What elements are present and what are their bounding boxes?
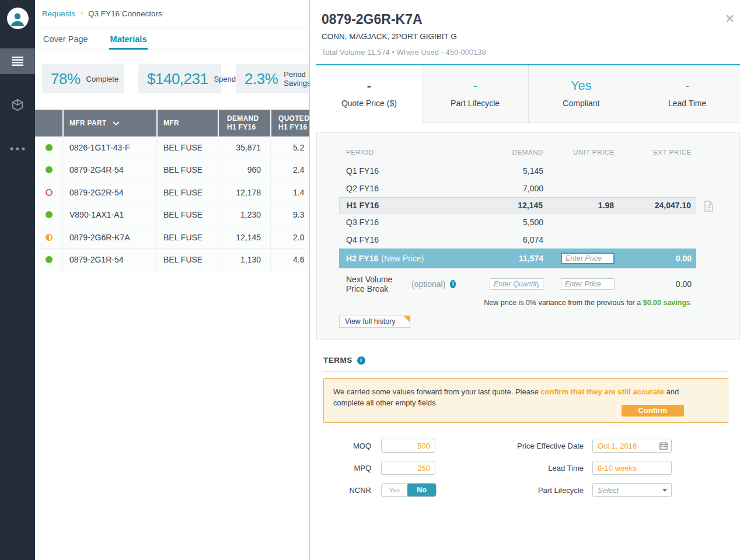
new-price-input[interactable] — [561, 253, 615, 264]
table-row[interactable]: 0879-2G1R-54 BEL FUSE 1,130 4.6 — [35, 249, 309, 272]
cell-mfr-part: 0826-1G1T-43-F — [62, 136, 156, 159]
part-lifecycle-value: - — [423, 78, 528, 94]
new-price-ext: 0.00 — [615, 254, 696, 263]
lead-time-label: Lead Time — [498, 464, 584, 473]
stat-complete-value: 78% — [51, 70, 81, 88]
status-dot — [46, 256, 53, 263]
cell-quoted: 2.4 — [270, 159, 309, 181]
table-row[interactable]: 0879-2G2R-54 BEL FUSE 12,178 1.4 — [35, 181, 309, 204]
terms-heading: TERMS i — [323, 356, 728, 372]
cell-mfr: BEL FUSE — [156, 249, 218, 271]
pricing-row: Q1 FY16 5,145 — [339, 162, 696, 180]
app-sidebar — [0, 0, 35, 560]
confirm-button[interactable]: Confirm — [622, 405, 684, 416]
stat-spend-value: $140,231 — [147, 70, 208, 88]
tab-lead-time[interactable]: - Lead Time — [634, 65, 740, 123]
table-row-selected[interactable]: 0879-2G6R-K7A BEL FUSE 12,145 2.0 — [35, 226, 309, 249]
period-cell: H1 FY16 — [340, 201, 455, 210]
cell-demand: 35,871 — [218, 136, 270, 159]
stat-complete: 78% Complete — [42, 64, 124, 93]
cell-quoted: 4.6 — [270, 249, 309, 271]
period-cell: Q2 FY16 — [339, 184, 456, 193]
person-icon — [9, 10, 26, 27]
status-dot — [46, 189, 53, 196]
demand-cell: 5,500 — [456, 218, 543, 227]
cell-mfr: BEL FUSE — [156, 181, 218, 204]
calendar-icon[interactable] — [659, 442, 668, 450]
history-button-label: View full history — [345, 317, 396, 326]
part-description: CONN, MAGJACK, 2PORT GIGIBIT G — [322, 32, 735, 41]
cell-mfr: BEL FUSE — [156, 136, 218, 159]
mfr-column-header: MFR — [156, 110, 218, 136]
part-detail-panel: 0879-2G6R-K7A CONN, MAGJACK, 2PORT GIGIB… — [309, 0, 747, 560]
break-ext-price: 0.00 — [615, 279, 696, 289]
lead-time-field[interactable] — [592, 461, 672, 475]
tab-materials[interactable]: Materials — [109, 34, 148, 50]
moq-label: MOQ — [323, 442, 371, 450]
stat-complete-label: Complete — [86, 75, 119, 83]
ellipsis-icon — [10, 147, 25, 150]
cell-quoted: 5.2 — [270, 136, 309, 159]
cell-demand: 12,178 — [218, 181, 270, 204]
unit-price-cell: 1.98 — [543, 201, 614, 210]
list-icon — [12, 57, 23, 66]
summary-stats: 78% Complete $140,231 Spend 2.3% Period … — [35, 50, 309, 105]
cell-mfr-part: 0879-2G4R-54 — [62, 159, 156, 181]
info-icon[interactable]: i — [450, 280, 456, 288]
tab-compliant[interactable]: Yes Compliant — [529, 65, 635, 123]
variance-text: New price is 0% variance from the previo… — [484, 299, 641, 307]
part-lifecycle-select[interactable] — [592, 483, 672, 497]
cell-quoted: 2.0 — [270, 226, 309, 249]
pricing-row: Q2 FY16 7,000 — [339, 180, 696, 197]
view-full-history-button[interactable]: View full history — [339, 316, 410, 328]
break-quantity-input[interactable] — [490, 278, 543, 290]
cell-quoted: 1.4 — [270, 181, 309, 204]
demand-column-header: DEMAND H1 FY16 — [218, 110, 270, 136]
stat-period-savings: 2.3% Period Savings — [236, 64, 309, 93]
quote-document-icon[interactable] — [704, 201, 713, 214]
tab-part-lifecycle[interactable]: - Part Lifecycle — [423, 65, 529, 123]
quoted-column-header: QUOTED H1 FY16 — [270, 110, 309, 136]
chevron-down-icon[interactable] — [662, 489, 667, 492]
sidebar-item-products[interactable] — [0, 92, 35, 118]
breadcrumb-requests-link[interactable]: Requests — [42, 9, 75, 18]
sidebar-item-requests[interactable] — [0, 48, 35, 74]
sidebar-item-more[interactable] — [0, 136, 35, 162]
table-row[interactable]: V890-1AX1-A1 BEL FUSE 1,230 9.3 — [35, 204, 309, 227]
user-avatar[interactable] — [7, 8, 29, 29]
carried-values-warning: We carried some values forward from your… — [323, 378, 728, 423]
break-price-input[interactable] — [561, 278, 615, 290]
cell-mfr: BEL FUSE — [156, 204, 218, 226]
compliant-value: Yes — [529, 78, 634, 94]
cube-icon — [11, 99, 24, 111]
table-row[interactable]: 0879-2G4R-54 BEL FUSE 960 2.4 — [35, 159, 309, 182]
ext-price-cell: 24,047.10 — [614, 201, 696, 210]
tab-quote-price[interactable]: - Quote Price ($) — [316, 65, 423, 123]
breadcrumb-current: Q3 FY16 Connectors — [88, 9, 162, 18]
request-materials-view: Requests › Q3 FY16 Connectors Cover Page… — [35, 0, 309, 560]
materials-table-header: MFR PART MFR DEMAND H1 FY16 QUOTED H1 FY… — [35, 110, 309, 136]
price-effective-date-label: Price Effective Date — [498, 442, 584, 450]
close-icon[interactable]: ✕ — [725, 13, 735, 24]
moq-field[interactable] — [381, 439, 435, 453]
stat-spend: $140,231 Spend — [138, 64, 221, 93]
tab-cover-page[interactable]: Cover Page — [42, 34, 89, 50]
new-price-suffix: (New Price) — [381, 254, 424, 263]
mpq-label: MPQ — [323, 464, 371, 473]
part-meta: Total Volume 11,574 • Where Used - 450-0… — [322, 48, 735, 64]
ncnr-no-option[interactable]: No — [407, 484, 436, 496]
ext-price-header: EXT PRICE — [615, 149, 696, 156]
table-row[interactable]: 0826-1G1T-43-F BEL FUSE 35,871 5.2 — [35, 136, 309, 159]
pricing-row-current-half: H1 FY16 12,145 1.98 24,047.10 — [339, 197, 696, 214]
mpq-field[interactable] — [381, 461, 435, 475]
quote-price-label: Quote Price ($) — [316, 99, 422, 108]
stat-savings-label: Period Savings — [284, 70, 309, 88]
lead-time-value: - — [634, 78, 740, 94]
status-dot — [46, 211, 53, 218]
ncnr-yes-option[interactable]: Yes — [382, 484, 407, 496]
cell-mfr-part: 0879-2G6R-K7A — [62, 226, 156, 249]
next-break-label: Next Volume Price Break — [346, 275, 409, 293]
mfr-part-column-header[interactable]: MFR PART — [62, 110, 156, 136]
info-icon[interactable]: i — [357, 356, 365, 365]
warning-text-emphasis: confirm that they are still accurate — [540, 387, 664, 396]
